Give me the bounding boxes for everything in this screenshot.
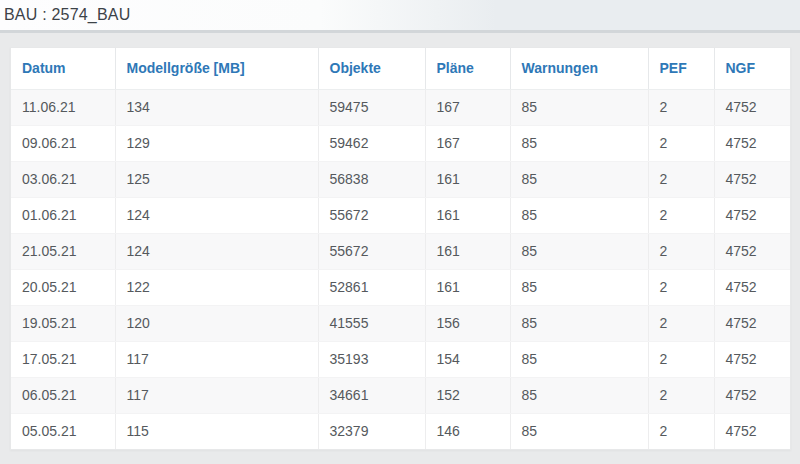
table-cell: 17.05.21: [11, 341, 115, 377]
table-cell: 52861: [318, 269, 425, 305]
table-cell: 85: [510, 233, 648, 269]
table-cell: 32379: [318, 413, 425, 449]
table-cell: 117: [115, 377, 318, 413]
table-cell: 2: [648, 197, 714, 233]
table-cell: 85: [510, 305, 648, 341]
table-cell: 35193: [318, 341, 425, 377]
table-cell: 59475: [318, 89, 425, 125]
table-cell: 4752: [714, 89, 790, 125]
table-cell: 01.06.21: [11, 197, 115, 233]
table-cell: 124: [115, 233, 318, 269]
table-cell: 124: [115, 197, 318, 233]
table-cell: 156: [425, 305, 510, 341]
table-cell: 4752: [714, 161, 790, 197]
column-header-pef[interactable]: PEF: [648, 48, 714, 89]
table-row[interactable]: 20.05.21122528611618524752: [11, 269, 790, 305]
panel-title: BAU : 2574_BAU: [4, 6, 130, 24]
table-cell: 134: [115, 89, 318, 125]
table-cell: 4752: [714, 233, 790, 269]
table-cell: 4752: [714, 377, 790, 413]
column-header-modellgroesse[interactable]: Modellgröße [MB]: [115, 48, 318, 89]
table-cell: 2: [648, 125, 714, 161]
table-cell: 20.05.21: [11, 269, 115, 305]
table-cell: 41555: [318, 305, 425, 341]
table-cell: 161: [425, 269, 510, 305]
table-cell: 2: [648, 161, 714, 197]
table-cell: 85: [510, 125, 648, 161]
table-row[interactable]: 21.05.21124556721618524752: [11, 233, 790, 269]
table-cell: 34661: [318, 377, 425, 413]
model-history-table: Datum Modellgröße [MB] Objekte Pläne War…: [11, 48, 790, 449]
table-cell: 55672: [318, 197, 425, 233]
table-cell: 125: [115, 161, 318, 197]
table-cell: 122: [115, 269, 318, 305]
table-cell: 2: [648, 377, 714, 413]
table-cell: 4752: [714, 413, 790, 449]
table-cell: 09.06.21: [11, 125, 115, 161]
table-body: 11.06.2113459475167852475209.06.21129594…: [11, 89, 790, 449]
table-cell: 85: [510, 197, 648, 233]
table-cell: 85: [510, 341, 648, 377]
table-cell: 161: [425, 233, 510, 269]
table-cell: 120: [115, 305, 318, 341]
table-cell: 4752: [714, 305, 790, 341]
table-cell: 154: [425, 341, 510, 377]
table-cell: 21.05.21: [11, 233, 115, 269]
table-row[interactable]: 03.06.21125568381618524752: [11, 161, 790, 197]
column-header-warnungen[interactable]: Warnungen: [510, 48, 648, 89]
table-cell: 85: [510, 269, 648, 305]
table-cell: 167: [425, 125, 510, 161]
table-cell: 152: [425, 377, 510, 413]
table-cell: 85: [510, 377, 648, 413]
table-cell: 85: [510, 161, 648, 197]
table-row[interactable]: 19.05.21120415551568524752: [11, 305, 790, 341]
column-header-datum[interactable]: Datum: [11, 48, 115, 89]
column-header-ngf[interactable]: NGF: [714, 48, 790, 89]
table-cell: 161: [425, 161, 510, 197]
table-cell: 19.05.21: [11, 305, 115, 341]
table-cell: 146: [425, 413, 510, 449]
table-cell: 55672: [318, 233, 425, 269]
table-cell: 2: [648, 89, 714, 125]
table-cell: 06.05.21: [11, 377, 115, 413]
table-cell: 56838: [318, 161, 425, 197]
table-cell: 85: [510, 413, 648, 449]
table-cell: 4752: [714, 125, 790, 161]
table-cell: 161: [425, 197, 510, 233]
panel-titlebar: BAU : 2574_BAU: [0, 0, 800, 33]
table-header-row: Datum Modellgröße [MB] Objekte Pläne War…: [11, 48, 790, 89]
table-cell: 05.05.21: [11, 413, 115, 449]
table-cell: 4752: [714, 269, 790, 305]
table-cell: 117: [115, 341, 318, 377]
table-cell: 4752: [714, 197, 790, 233]
table-cell: 2: [648, 341, 714, 377]
table-row[interactable]: 06.05.21117346611528524752: [11, 377, 790, 413]
model-history-table-card: Datum Modellgröße [MB] Objekte Pläne War…: [10, 47, 791, 450]
table-cell: 59462: [318, 125, 425, 161]
table-cell: 2: [648, 233, 714, 269]
column-header-plaene[interactable]: Pläne: [425, 48, 510, 89]
table-cell: 167: [425, 89, 510, 125]
table-cell: 2: [648, 305, 714, 341]
column-header-objekte[interactable]: Objekte: [318, 48, 425, 89]
table-cell: 11.06.21: [11, 89, 115, 125]
table-row[interactable]: 09.06.21129594621678524752: [11, 125, 790, 161]
table-row[interactable]: 05.05.21115323791468524752: [11, 413, 790, 449]
table-cell: 4752: [714, 341, 790, 377]
table-cell: 03.06.21: [11, 161, 115, 197]
table-cell: 129: [115, 125, 318, 161]
table-cell: 2: [648, 413, 714, 449]
table-row[interactable]: 17.05.21117351931548524752: [11, 341, 790, 377]
table-cell: 85: [510, 89, 648, 125]
table-row[interactable]: 11.06.21134594751678524752: [11, 89, 790, 125]
table-cell: 2: [648, 269, 714, 305]
table-row[interactable]: 01.06.21124556721618524752: [11, 197, 790, 233]
table-cell: 115: [115, 413, 318, 449]
